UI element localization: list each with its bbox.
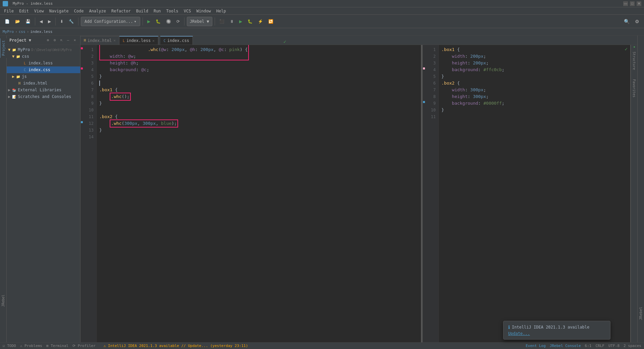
close-panel-icon[interactable]: ✕ xyxy=(72,38,77,43)
code-line-7: .box1 { xyxy=(99,87,421,93)
jrebel-dropdown[interactable]: JRebel ▼ xyxy=(187,17,212,26)
menu-code[interactable]: Code xyxy=(71,7,87,15)
todo-button[interactable]: ☑ TODO xyxy=(3,344,16,348)
js-folder-icon: 📁 xyxy=(15,74,21,79)
r-code-line-9: background: #0000ff; xyxy=(441,100,630,107)
menu-file[interactable]: File xyxy=(1,7,16,15)
tree-root[interactable]: ▼ 📁 MyPro D:\Develop\Web\MyPro xyxy=(7,46,80,53)
profiler-button[interactable]: ⟳ Profiler xyxy=(72,344,96,348)
less-tab-close[interactable]: ✕ xyxy=(152,39,155,43)
r-code-line-1: .box1 { xyxy=(441,46,630,53)
separator-3 xyxy=(78,17,78,26)
tree-external-libs[interactable]: ▶ 📚 External Libraries xyxy=(7,87,80,93)
suspend-button[interactable]: ⏸ xyxy=(228,17,236,26)
git-button[interactable]: ⬇ xyxy=(58,17,65,26)
breadcrumb: MyPro › css › index.less xyxy=(0,28,644,36)
css-expand-icon: ▼ xyxy=(12,54,14,59)
css-tab-label: index.css xyxy=(167,38,189,43)
notification-link[interactable]: Update... xyxy=(508,331,605,336)
scratches-folder-icon: 📝 xyxy=(11,94,17,99)
code-editor-left[interactable]: 1 2 3 4 5 6 7 8 9 10 11 12 13 xyxy=(80,45,421,342)
menu-tools[interactable]: Tools xyxy=(164,7,181,15)
app-window: MyPro - index.less — □ ✕ File Edit View … xyxy=(0,0,644,349)
favorites-tab[interactable]: Favorites xyxy=(632,78,637,99)
coverage-button[interactable]: 🔘 xyxy=(164,17,173,26)
jrebel-debug-button[interactable]: 🐛 xyxy=(246,17,255,26)
code-editor-right[interactable]: 1 2 3 4 5 6 7 8 9 10 11 xyxy=(423,45,630,342)
new-file-button[interactable]: 📄 xyxy=(3,17,12,26)
back-button[interactable]: ◀ xyxy=(38,17,45,26)
forward-button[interactable]: ▶ xyxy=(46,17,53,26)
add-configuration-button[interactable]: Add Configuration... ▾ xyxy=(81,17,140,26)
colon-h: : xyxy=(195,47,201,52)
settings-button[interactable]: ⚙ xyxy=(633,17,641,26)
problems-button[interactable]: ⚠ Problems xyxy=(20,344,42,348)
structure-tab[interactable]: Structure xyxy=(632,50,637,71)
tree-js-folder[interactable]: ▶ 📁 js xyxy=(7,73,80,80)
jrebel-side-tab[interactable]: JRebel xyxy=(0,293,7,309)
jrebel-tab[interactable]: JRebel xyxy=(638,305,644,322)
r-bg-val: #ffc0cb xyxy=(483,66,502,73)
breadcrumb-myproject[interactable]: MyPro xyxy=(3,30,14,34)
r-bg-semi: ; xyxy=(502,66,504,73)
jrebel-run-button[interactable]: ▶ xyxy=(237,17,244,26)
minimize-button[interactable]: — xyxy=(623,1,628,6)
git-push-button[interactable]: 🔧 xyxy=(67,17,76,26)
terminal-button[interactable]: ⊞ Terminal xyxy=(46,344,68,348)
menu-window[interactable]: Window xyxy=(194,7,213,15)
menu-vcs[interactable]: VCS xyxy=(181,7,194,15)
right-gutter xyxy=(423,45,425,342)
less-file-icon: L xyxy=(22,60,28,66)
scratches-label: Scratches and Consoles xyxy=(18,94,71,99)
collapse-icon[interactable]: — xyxy=(65,38,71,43)
main-area: Project Project ▼ ⊕ ⚙ ⇱ — ✕ ▼ 📁 MyPro xyxy=(0,36,644,342)
event-log[interactable]: Event Log xyxy=(526,344,546,348)
project-tab[interactable]: Project xyxy=(0,38,7,58)
tree-index-less[interactable]: L index.less xyxy=(7,60,80,66)
menu-build[interactable]: Build xyxy=(133,7,151,15)
menu-edit[interactable]: Edit xyxy=(16,7,32,15)
menu-navigate[interactable]: Navigate xyxy=(47,7,71,15)
titlebar-controls: — □ ✕ xyxy=(623,1,641,6)
menu-view[interactable]: View xyxy=(32,7,47,15)
tab-index-html[interactable]: H index.html ✕ xyxy=(80,36,119,45)
r-gutter-7 xyxy=(423,85,425,92)
r-width2-semi: ; xyxy=(483,87,486,93)
maximize-button[interactable]: □ xyxy=(630,1,635,6)
menu-refactor[interactable]: Refactor xyxy=(109,7,133,15)
paren-close-300: ); xyxy=(171,121,177,126)
open-button[interactable]: 📂 xyxy=(13,17,22,26)
r-gutter-3 xyxy=(423,58,425,65)
tab-index-css[interactable]: C index.css xyxy=(160,36,193,45)
menu-analyze[interactable]: Analyze xyxy=(86,7,109,15)
locate-icon[interactable]: ⊕ xyxy=(45,38,51,43)
tree-scratches[interactable]: ▶ 📝 Scratches and Consoles xyxy=(7,93,80,100)
tree-index-css[interactable]: C index.css xyxy=(7,66,80,73)
status-warning-text: ⚠ IntelliJ IDEA 2021.1.3 available // Up… xyxy=(104,344,248,348)
menu-run[interactable]: Run xyxy=(151,7,164,15)
tab-index-less[interactable]: L index.less ✕ xyxy=(119,36,158,45)
menu-help[interactable]: Help xyxy=(214,7,229,15)
search-everywhere-button[interactable]: 🔍 xyxy=(622,17,632,26)
stop-button[interactable]: ⬛ xyxy=(217,17,226,26)
r-width2-val: 300px xyxy=(470,87,483,93)
jrebel-console[interactable]: JRebel Console xyxy=(550,344,581,348)
run-button[interactable]: ▶ xyxy=(145,17,152,26)
power-button[interactable]: ⚡ xyxy=(256,17,265,26)
close-button[interactable]: ✕ xyxy=(637,1,641,6)
breadcrumb-css[interactable]: css xyxy=(19,30,25,34)
html-tab-close[interactable]: ✕ xyxy=(113,38,116,43)
settings-icon[interactable]: ⚙ xyxy=(52,38,57,43)
debug-button[interactable]: 🐛 xyxy=(154,17,163,26)
val-300-2: 300px xyxy=(143,121,156,126)
tree-index-html[interactable]: H index.html xyxy=(7,80,80,87)
expand-icon[interactable]: ⇱ xyxy=(59,38,64,43)
left-editor-checkmark: ✓ xyxy=(283,39,286,44)
save-button[interactable]: 💾 xyxy=(23,17,33,26)
profile-button[interactable]: ⟳ xyxy=(174,17,182,26)
r-linenum-4: 4 xyxy=(425,66,438,73)
separator-2 xyxy=(55,17,56,26)
tree-css-folder[interactable]: ▼ 📁 css xyxy=(7,53,80,60)
jrebel-icon-button[interactable]: 🔁 xyxy=(266,17,275,26)
panel-header: Project ▼ ⊕ ⚙ ⇱ — ✕ xyxy=(7,36,80,45)
